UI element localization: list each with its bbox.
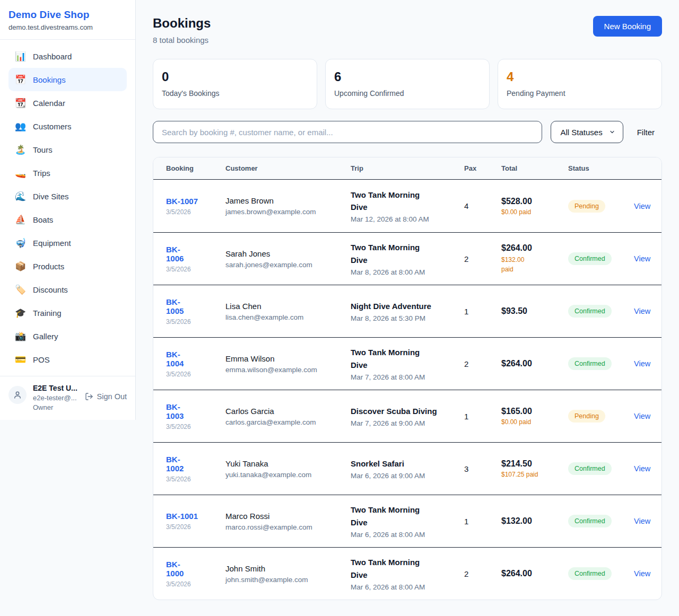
sign-out-label: Sign Out — [97, 392, 127, 401]
sidebar-item-label: Boats — [33, 215, 53, 224]
sign-out-icon — [85, 392, 93, 401]
sidebar-item-label: Dashboard — [33, 52, 72, 61]
trip-time: Mar 8, 2026 at 5:30 PM — [351, 314, 464, 322]
pax-count: 1 — [464, 412, 501, 421]
sidebar-item-tours[interactable]: 🏝️ Tours — [8, 138, 127, 161]
customer-name: Lisa Chen — [225, 302, 351, 311]
trip-time: Mar 7, 2026 at 9:00 AM — [351, 419, 464, 427]
booking-id-link[interactable]: BK-1005 — [166, 297, 189, 315]
status-badge: Confirmed — [568, 357, 612, 370]
booking-id-link[interactable]: BK-1002 — [166, 455, 189, 473]
pax-count: 3 — [464, 464, 501, 473]
sidebar-item-trips[interactable]: 🚤 Trips — [8, 161, 127, 184]
customer-email: emma.wilson@example.com — [225, 366, 351, 374]
sidebar-item-label: Tours — [33, 145, 53, 154]
sailboat-icon: ⛵ — [15, 214, 25, 225]
stat-label: Upcoming Confirmed — [334, 89, 481, 98]
trip-name: Two Tank Morning Dive — [351, 346, 438, 371]
customer-email: lisa.chen@example.com — [225, 313, 351, 321]
page-title: Bookings — [153, 16, 211, 31]
sidebar-item-calendar[interactable]: 📆 Calendar — [8, 91, 127, 115]
stat-value: 4 — [507, 69, 653, 84]
trip-time: Mar 12, 2026 at 8:00 AM — [351, 215, 464, 223]
view-link[interactable]: View — [634, 202, 650, 210]
table-header-row: Booking Customer Trip Pax Total Status — [153, 157, 661, 180]
table-row: BK-1006 3/5/2026 Sarah Jones sarah.jones… — [153, 232, 661, 285]
sign-out-button[interactable]: Sign Out — [85, 392, 127, 401]
avatar — [8, 386, 27, 404]
view-link[interactable]: View — [634, 569, 650, 578]
booking-id-link[interactable]: BK-1006 — [166, 245, 189, 263]
booking-date: 3/5/2026 — [166, 318, 225, 325]
view-link[interactable]: View — [634, 254, 650, 263]
page-header: Bookings 8 total bookings New Booking — [153, 16, 662, 45]
sidebar-nav: 📊 Dashboard 📅 Bookings 📆 Calendar 👥 Cust… — [0, 40, 135, 376]
status-badge: Confirmed — [568, 305, 612, 318]
pax-count: 2 — [464, 359, 501, 368]
booking-date: 3/5/2026 — [166, 208, 225, 216]
booking-id-link[interactable]: BK-1001 — [166, 512, 198, 521]
graduation-cap-icon: 🎓 — [15, 307, 25, 319]
trip-time: Mar 6, 2026 at 9:00 AM — [351, 472, 464, 480]
trip-time: Mar 6, 2026 at 8:00 AM — [351, 583, 464, 591]
calendar-icon: 📆 — [15, 98, 25, 109]
table-row: BK-1004 3/5/2026 Emma Wilson emma.wilson… — [153, 337, 661, 390]
table-row: BK-1005 3/5/2026 Lisa Chen lisa.chen@exa… — [153, 285, 661, 337]
view-link[interactable]: View — [634, 517, 650, 525]
trip-name: Two Tank Morning Dive — [351, 504, 438, 529]
view-link[interactable]: View — [634, 307, 650, 315]
stat-card-pending-payment: 4 Pending Payment — [498, 59, 662, 109]
total-amount: $264.00 — [501, 569, 568, 578]
island-icon: 🏝️ — [15, 144, 25, 155]
new-booking-button[interactable]: New Booking — [593, 16, 662, 37]
user-name: E2E Test U... — [33, 384, 79, 392]
wave-icon: 🌊 — [15, 191, 25, 202]
sidebar-item-discounts[interactable]: 🏷️ Discounts — [8, 278, 127, 301]
stat-card-upcoming-confirmed: 6 Upcoming Confirmed — [325, 59, 490, 109]
customer-name: Sarah Jones — [225, 249, 351, 258]
view-link[interactable]: View — [634, 359, 650, 368]
sidebar-item-training[interactable]: 🎓 Training — [8, 301, 127, 324]
status-badge: Confirmed — [568, 462, 612, 475]
sidebar-item-label: Trips — [33, 169, 50, 178]
filter-button[interactable]: Filter — [632, 128, 662, 137]
customer-email: yuki.tanaka@example.com — [225, 471, 351, 479]
status-filter-select[interactable]: All Statuses — [551, 121, 623, 143]
main-content: Bookings 8 total bookings New Booking 0 … — [136, 0, 679, 616]
sidebar-item-customers[interactable]: 👥 Customers — [8, 115, 127, 138]
view-link[interactable]: View — [634, 412, 650, 420]
trip-name: Two Tank Morning Dive — [351, 241, 438, 266]
sidebar-item-products[interactable]: 📦 Products — [8, 254, 127, 278]
booking-id-link[interactable]: BK-1003 — [166, 402, 189, 420]
booking-date: 3/5/2026 — [166, 523, 225, 531]
sidebar-item-dive-sites[interactable]: 🌊 Dive Sites — [8, 184, 127, 208]
search-input[interactable] — [153, 121, 542, 143]
sidebar-item-equipment[interactable]: 🤿 Equipment — [8, 231, 127, 254]
credit-card-icon: 💳 — [15, 354, 25, 365]
trip-name: Two Tank Morning Dive — [351, 556, 438, 581]
booking-id-link[interactable]: BK-1000 — [166, 560, 189, 578]
filter-row: All Statuses Filter — [153, 121, 662, 143]
sidebar-item-dashboard[interactable]: 📊 Dashboard — [8, 45, 127, 68]
status-badge: Confirmed — [568, 252, 612, 265]
bar-chart-icon: 📊 — [15, 51, 25, 62]
pax-count: 2 — [464, 254, 501, 263]
status-badge: Pending — [568, 410, 605, 423]
sidebar-item-bookings[interactable]: 📅 Bookings — [8, 68, 127, 91]
total-amount: $214.50 — [501, 459, 568, 469]
sidebar-item-pos[interactable]: 💳 POS — [8, 348, 127, 371]
booking-id-link[interactable]: BK-1007 — [166, 197, 198, 206]
sidebar-item-boats[interactable]: ⛵ Boats — [8, 208, 127, 231]
page-subtitle: 8 total bookings — [153, 36, 211, 45]
pax-count: 2 — [464, 569, 501, 578]
col-header-booking: Booking — [166, 164, 225, 172]
view-link[interactable]: View — [634, 464, 650, 473]
trip-time: Mar 8, 2026 at 8:00 AM — [351, 268, 464, 276]
total-amount: $264.00 — [501, 243, 568, 253]
customer-email: john.smith@example.com — [225, 576, 351, 584]
booking-id-link[interactable]: BK-1004 — [166, 350, 189, 368]
customer-email: james.brown@example.com — [225, 208, 351, 216]
sidebar-item-gallery[interactable]: 📸 Gallery — [8, 324, 127, 348]
customer-name: Carlos Garcia — [225, 407, 351, 416]
pax-count: 4 — [464, 201, 501, 210]
